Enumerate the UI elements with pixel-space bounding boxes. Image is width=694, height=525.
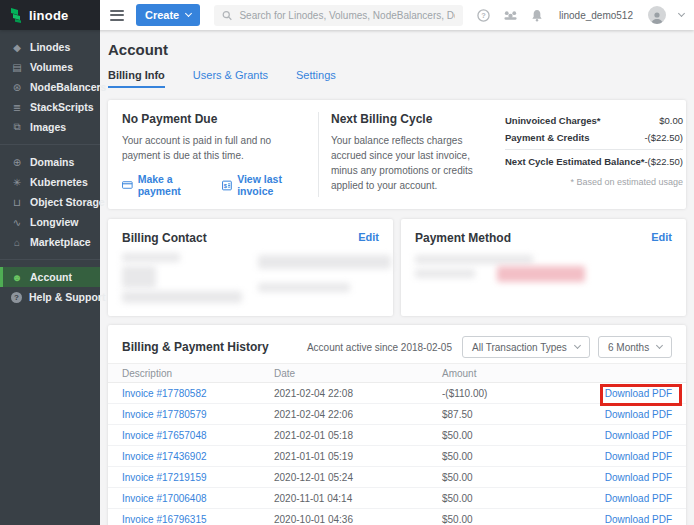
sidebar-item-label: Domains [30, 156, 74, 168]
stackscripts-icon: ≣ [11, 102, 23, 113]
svg-text:?: ? [481, 11, 486, 20]
billing-history-card: Billing & Payment History Account active… [108, 325, 686, 525]
download-pdf-link[interactable]: Download PDF [605, 451, 672, 462]
sidebar-item-help-support[interactable]: ? Help & Support [0, 287, 100, 307]
menu-hamburger-icon[interactable] [110, 10, 124, 21]
sidebar-group-compute: ◆ Linodes ▤ Volumes ⊛ NodeBalancers ≣ St… [0, 30, 100, 144]
account-menu-chevron-icon[interactable] [678, 10, 685, 17]
invoice-date: 2020-12-01 05:24 [274, 472, 442, 483]
brand-logo[interactable]: linode [0, 0, 100, 30]
sidebar-item-stackscripts[interactable]: ≣ StackScripts [0, 97, 100, 117]
sidebar-group-services: ⊕ Domains ✳ Kubernetes ⊔ Object Storage … [0, 144, 100, 259]
sidebar-item-kubernetes[interactable]: ✳ Kubernetes [0, 172, 100, 192]
date-range-select[interactable]: 6 Months [598, 336, 672, 358]
sidebar-item-label: StackScripts [30, 101, 94, 113]
brand-name: linode [29, 8, 68, 23]
download-pdf-link[interactable]: Download PDF [605, 430, 672, 441]
main-content: Account Billing Info Users & Grants Sett… [100, 30, 694, 525]
username: linode_demo512 [559, 10, 633, 21]
column-date: Date [274, 368, 442, 379]
download-pdf-link[interactable]: Download PDF [605, 409, 672, 420]
sidebar-item-marketplace[interactable]: ⌂ Marketplace [0, 232, 100, 252]
search-input[interactable] [239, 10, 455, 21]
tab-users-grants[interactable]: Users & Grants [193, 69, 268, 88]
edit-payment-method-link[interactable]: Edit [651, 231, 672, 243]
help-icon: ? [11, 292, 22, 303]
images-icon: ⧉ [11, 121, 23, 133]
estimated-balance-value: -($22.50) [644, 156, 683, 167]
community-icon[interactable] [503, 9, 518, 21]
payment-credits-value: -($22.50) [644, 132, 683, 143]
create-button[interactable]: Create [136, 4, 200, 26]
invoice-amount: -($110.00) [442, 388, 572, 399]
top-bar: linode Create ? linode_demo512 [0, 0, 694, 30]
table-header: Description Date Amount [108, 363, 686, 383]
no-payment-due-panel: No Payment Due Your account is paid in f… [122, 112, 318, 197]
make-payment-label: Make a payment [138, 173, 205, 197]
edit-billing-contact-link[interactable]: Edit [358, 231, 379, 243]
svg-text:$: $ [224, 182, 228, 188]
sidebar-item-images[interactable]: ⧉ Images [0, 117, 100, 137]
invoice-link[interactable]: Invoice #17657048 [122, 430, 274, 441]
make-payment-link[interactable]: Make a payment [122, 173, 204, 197]
tab-billing-info[interactable]: Billing Info [108, 69, 165, 88]
invoice-link[interactable]: Invoice #17780579 [122, 409, 274, 420]
estimated-usage-footnote: * Based on estimated usage [505, 177, 683, 187]
sidebar-item-nodebalancers[interactable]: ⊛ NodeBalancers [0, 77, 100, 97]
view-last-invoice-link[interactable]: $ View last invoice [222, 173, 306, 197]
payment-method-title: Payment Method [415, 231, 672, 245]
chevron-down-icon [574, 342, 581, 349]
table-row: Invoice #17780582 2021-02-04 22:08 -($11… [108, 383, 686, 404]
redacted-contact-address [122, 291, 242, 303]
chevron-down-icon [656, 342, 663, 349]
download-pdf-link[interactable]: Download PDF [605, 493, 672, 504]
billing-summary-card: No Payment Due Your account is paid in f… [108, 100, 686, 209]
chevron-down-icon [185, 10, 192, 17]
table-row: Invoice #17780579 2021-02-04 22:06 $87.5… [108, 404, 686, 425]
payment-credits-row: Payment & Credits -($22.50) [505, 129, 683, 146]
table-row: Invoice #17219159 2020-12-01 05:24 $50.0… [108, 467, 686, 488]
download-pdf-link[interactable]: Download PDF [605, 388, 672, 399]
invoice-link[interactable]: Invoice #17436902 [122, 451, 274, 462]
download-pdf-link[interactable]: Download PDF [605, 472, 672, 483]
redacted-expiry-warning [497, 266, 585, 282]
download-pdf-link[interactable]: Download PDF [605, 514, 672, 525]
avatar[interactable] [648, 6, 666, 24]
sidebar-item-longview[interactable]: ∿ Longview [0, 212, 100, 232]
sidebar-item-volumes[interactable]: ▤ Volumes [0, 57, 100, 77]
invoice-date: 2021-02-01 05:18 [274, 430, 442, 441]
sidebar-item-linodes[interactable]: ◆ Linodes [0, 37, 100, 57]
search-icon [222, 10, 232, 21]
table-row: Invoice #16796315 2020-10-01 04:36 $50.0… [108, 509, 686, 525]
estimated-balance-label: Next Cycle Estimated Balance* [505, 156, 644, 167]
redacted-card-expiry [415, 269, 475, 278]
invoice-link[interactable]: Invoice #16796315 [122, 514, 274, 525]
view-last-invoice-label: View last invoice [237, 173, 306, 197]
sidebar-item-account[interactable]: ☻ Account [0, 267, 100, 287]
sidebar-item-label: Help & Support [29, 291, 105, 303]
next-billing-cycle-text: Your balance reflects charges accrued si… [331, 133, 487, 193]
cube-icon: ◆ [11, 42, 23, 53]
sidebar-item-label: Volumes [30, 61, 73, 73]
invoice-link[interactable]: Invoice #17219159 [122, 472, 274, 483]
sidebar-item-label: Account [30, 271, 72, 283]
invoice-link[interactable]: Invoice #17006408 [122, 493, 274, 504]
next-billing-cycle-title: Next Billing Cycle [331, 112, 487, 126]
date-range-value: 6 Months [608, 342, 649, 353]
billing-totals-panel: Uninvoiced Charges* $0.00 Payment & Cred… [499, 112, 683, 197]
invoice-link[interactable]: Invoice #17780582 [122, 388, 274, 399]
invoice-amount: $50.00 [442, 451, 572, 462]
search-bar[interactable] [214, 5, 463, 26]
invoice-amount: $50.00 [442, 514, 572, 525]
tab-settings[interactable]: Settings [296, 69, 336, 88]
help-icon[interactable]: ? [477, 9, 490, 22]
invoice-date: 2021-02-04 22:08 [274, 388, 442, 399]
payment-method-card: Payment Method Edit [401, 219, 686, 316]
sidebar-item-domains[interactable]: ⊕ Domains [0, 152, 100, 172]
sidebar-item-object-storage[interactable]: ⊔ Object Storage [0, 192, 100, 212]
uninvoiced-charges-label: Uninvoiced Charges* [505, 115, 601, 126]
transaction-type-select[interactable]: All Transaction Types [462, 336, 590, 358]
payment-credits-label: Payment & Credits [505, 132, 589, 143]
notifications-bell-icon[interactable] [531, 9, 543, 22]
invoice-amount: $50.00 [442, 472, 572, 483]
